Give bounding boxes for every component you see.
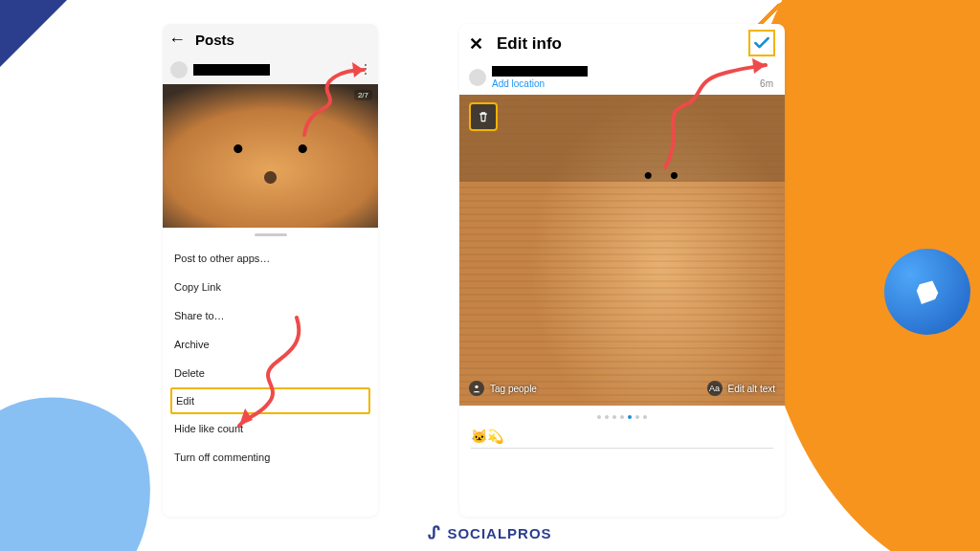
- back-icon[interactable]: ←: [168, 30, 186, 50]
- caption-divider: [471, 448, 773, 449]
- tag-people-label: Tag people: [490, 384, 537, 394]
- dot[interactable]: [643, 415, 647, 419]
- posts-header: ← Posts: [163, 24, 378, 55]
- post-image[interactable]: Tag people Aa Edit alt text: [459, 95, 785, 406]
- post-options-menu: Post to other apps… Copy Link Share to… …: [163, 242, 378, 474]
- author-username-redacted: [492, 66, 588, 77]
- confirm-check-icon[interactable]: [748, 30, 775, 56]
- menu-item-hide-like-count[interactable]: Hide like count: [163, 414, 378, 443]
- caption-input[interactable]: 🐱💫: [459, 429, 785, 448]
- avatar[interactable]: [170, 61, 188, 78]
- tag-people-button[interactable]: Tag people: [469, 381, 537, 396]
- dot[interactable]: [605, 415, 609, 419]
- menu-item-edit[interactable]: Edit: [170, 387, 370, 414]
- menu-item-copy-link[interactable]: Copy Link: [163, 273, 378, 301]
- post-author-row: Add location 6m: [459, 64, 785, 95]
- menu-item-share-to[interactable]: Share to…: [163, 301, 378, 330]
- screenshot-posts-screen: ← Posts ⋮ 2/7 Post to other apps… Copy L…: [163, 24, 378, 517]
- post-image[interactable]: 2/7: [163, 84, 378, 228]
- page-title: Posts: [195, 32, 234, 48]
- dot[interactable]: [612, 415, 616, 419]
- more-options-icon[interactable]: ⋮: [359, 61, 372, 77]
- delete-photo-icon[interactable]: [469, 102, 498, 131]
- logo-mark-icon: ᔑ: [428, 522, 441, 543]
- close-icon[interactable]: ✕: [469, 33, 483, 55]
- logo-text: SOCIALPROS: [447, 525, 551, 541]
- svg-point-2: [475, 386, 478, 388]
- dot[interactable]: [635, 415, 639, 419]
- edit-header: ✕ Edit info: [459, 24, 785, 64]
- socialpros-logo: ᔑ SOCIALPROS: [428, 522, 551, 543]
- author-username-redacted: [193, 64, 270, 76]
- add-location-link[interactable]: Add location: [492, 78, 588, 89]
- page-title: Edit info: [497, 34, 562, 54]
- post-timestamp: 6m: [760, 78, 773, 89]
- carousel-counter: 2/7: [354, 90, 372, 100]
- decorative-triangle: [0, 0, 67, 67]
- decorative-logo-circle: [884, 249, 970, 335]
- person-icon: [469, 381, 484, 396]
- dot-active[interactable]: [628, 415, 632, 419]
- edit-alt-text-button[interactable]: Aa Edit alt text: [707, 381, 775, 396]
- post-author-row: ⋮: [163, 55, 378, 84]
- menu-item-post-other-apps[interactable]: Post to other apps…: [163, 244, 378, 273]
- menu-item-turn-off-commenting[interactable]: Turn off commenting: [163, 443, 378, 472]
- dot[interactable]: [597, 415, 601, 419]
- avatar[interactable]: [469, 69, 486, 86]
- sheet-drag-handle[interactable]: [255, 233, 287, 236]
- alt-text-icon: Aa: [707, 381, 723, 396]
- decorative-blob-bottom-left: [0, 382, 169, 551]
- edit-alt-label: Edit alt text: [728, 384, 775, 394]
- menu-item-archive[interactable]: Archive: [163, 330, 378, 359]
- menu-item-delete[interactable]: Delete: [163, 359, 378, 387]
- dot[interactable]: [620, 415, 624, 419]
- screenshot-edit-info-screen: ✕ Edit info Add location 6m Tag people: [459, 24, 785, 517]
- carousel-dots: [459, 406, 785, 429]
